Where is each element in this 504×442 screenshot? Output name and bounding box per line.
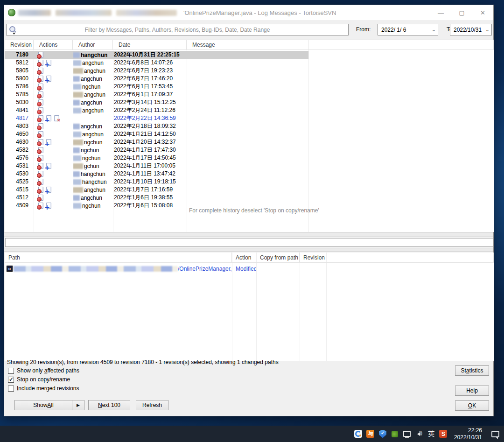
titlebar[interactable]: 'OnlinePrizeManager.java - Log Messages … bbox=[4, 5, 493, 20]
tortoisesvn-app-icon bbox=[8, 9, 15, 16]
checkbox-icon[interactable] bbox=[8, 368, 14, 374]
from-label: From: bbox=[356, 26, 371, 33]
revision-list-header: Revision Actions Author Date Message bbox=[5, 40, 494, 50]
search-options-arrow-icon[interactable] bbox=[13, 33, 15, 36]
notification-center-icon[interactable] bbox=[491, 431, 499, 437]
revision-message bbox=[187, 162, 494, 170]
checkbox-icon[interactable] bbox=[8, 377, 14, 383]
revision-row[interactable]: 5785angchun2022年6月1日 17:09:37 bbox=[5, 91, 494, 98]
from-date-picker[interactable]: 2022/ 1/ 6 ⌄ bbox=[378, 24, 438, 35]
filter-toolbar: From: 2022/ 1/ 6 ⌄ To: 2022/10/31 ⌄ bbox=[4, 22, 493, 38]
redacted-author bbox=[73, 60, 81, 66]
clock-time: 22:26 bbox=[454, 427, 482, 434]
revision-row[interactable]: 4841angchun2022年2月24日 11:12:26 bbox=[5, 106, 494, 114]
revision-row[interactable]: 4582ngchun2022年1月17日 17:47:30 bbox=[5, 146, 494, 154]
column-header-date[interactable]: Date bbox=[113, 40, 187, 49]
refresh-button[interactable]: Refresh bbox=[136, 400, 168, 410]
column-header-revision[interactable]: Revision bbox=[5, 40, 34, 49]
column-header-author[interactable]: Author bbox=[73, 40, 113, 49]
close-icon[interactable]: ✕ bbox=[472, 5, 493, 20]
checkbox-icon[interactable] bbox=[8, 386, 14, 392]
author-text: angchun bbox=[82, 131, 104, 138]
column-header-action[interactable]: Action bbox=[232, 253, 256, 262]
revision-row[interactable]: 7180hangchun2022年10月31日 22:25:15 bbox=[5, 51, 494, 59]
revision-number: 4582 bbox=[5, 146, 34, 154]
added-icon bbox=[46, 115, 51, 121]
path-filename: /OnlinePrizeManager.java bbox=[178, 265, 232, 273]
revision-message bbox=[187, 178, 494, 186]
revision-message bbox=[187, 114, 494, 122]
next-100-label: Next 100 bbox=[98, 402, 120, 408]
action-icons bbox=[34, 178, 73, 186]
redacted-author bbox=[73, 92, 83, 98]
revision-row[interactable]: 5800angchun2022年6月7日 17:46:20 bbox=[5, 75, 494, 83]
revision-row[interactable]: 5030angchun2022年3月14日 15:12:25 bbox=[5, 98, 494, 106]
revision-date: 2022年10月31日 22:25:15 bbox=[113, 51, 187, 59]
show-all-dropdown-arrow-icon[interactable]: ▶ bbox=[72, 400, 84, 410]
revision-row[interactable]: 4576ngchun2022年1月17日 14:50:45 bbox=[5, 154, 494, 162]
help-button[interactable]: Help bbox=[455, 386, 489, 396]
orange-app-icon[interactable]: 与 bbox=[366, 430, 375, 438]
circular-app-icon[interactable] bbox=[354, 430, 363, 438]
revision-message bbox=[187, 51, 494, 59]
tortoisesvn-log-window: 'OnlinePrizeManager.java - Log Messages … bbox=[4, 5, 494, 416]
revision-number: 4509 bbox=[5, 202, 34, 210]
column-header-copy-from-path[interactable]: Copy from path bbox=[256, 253, 300, 262]
chevron-down-icon[interactable]: ⌄ bbox=[429, 27, 436, 33]
revision-date: 2022年1月10日 19:18:15 bbox=[113, 178, 187, 186]
column-header-path[interactable]: Path bbox=[5, 253, 232, 262]
minimize-icon[interactable]: — bbox=[430, 5, 451, 20]
action-icons bbox=[34, 170, 73, 178]
revision-row[interactable]: 4515angchun2022年1月7日 17:16:59 bbox=[5, 186, 494, 194]
revision-row[interactable]: 5805angchun2022年6月7日 19:23:23 bbox=[5, 67, 494, 75]
revision-row[interactable]: 4650angchun2022年1月21日 14:12:50 bbox=[5, 130, 494, 138]
column-header-actions[interactable]: Actions bbox=[34, 40, 73, 49]
splitter-top[interactable] bbox=[4, 232, 493, 237]
revision-row[interactable]: 5786ngchun2022年6月1日 17:53:45 bbox=[5, 83, 494, 91]
column-header-path-revision[interactable]: Revision bbox=[300, 253, 326, 262]
revision-row[interactable]: 48172022年2月22日 14:36:59 bbox=[5, 114, 494, 122]
next-100-button[interactable]: Next 100 bbox=[88, 400, 130, 410]
column-header-message[interactable]: Message bbox=[187, 40, 308, 49]
nvidia-icon[interactable] bbox=[391, 430, 399, 438]
log-message-box[interactable] bbox=[5, 238, 493, 247]
volume-icon[interactable] bbox=[415, 430, 423, 438]
checkbox-stop-on-copy-rename[interactable]: Stop on copy/rename bbox=[8, 376, 70, 383]
search-icon[interactable] bbox=[9, 26, 16, 33]
splitter-bottom[interactable] bbox=[4, 248, 493, 252]
checkbox-include-merged-revisions[interactable]: Include merged revisions bbox=[8, 385, 79, 392]
taskbar-clock[interactable]: 22:26 2022/10/31 bbox=[451, 427, 485, 441]
modified-icon bbox=[38, 115, 43, 121]
security-shield-icon[interactable] bbox=[378, 430, 387, 438]
author-cell: angchun bbox=[73, 130, 113, 138]
network-icon[interactable] bbox=[403, 430, 411, 438]
author-cell: hangchun bbox=[73, 178, 113, 186]
ok-button[interactable]: OK bbox=[455, 400, 489, 411]
redacted-author bbox=[73, 124, 80, 129]
changed-path-row[interactable]: u /OnlinePrizeManager.java Modified bbox=[5, 264, 494, 273]
checkbox-show-only-affected-paths[interactable]: Show only affected paths bbox=[8, 367, 79, 374]
author-cell: ngchun bbox=[73, 146, 113, 154]
to-date-picker[interactable]: 2022/10/31 ⌄ bbox=[450, 24, 492, 35]
show-all-button[interactable]: Show All ▶ bbox=[14, 400, 84, 410]
chevron-down-icon[interactable]: ⌄ bbox=[483, 27, 490, 33]
revision-row[interactable]: 4803angchun2022年2月18日 18:09:32 bbox=[5, 122, 494, 130]
revision-row[interactable]: 4630ngchun2022年1月20日 14:32:37 bbox=[5, 138, 494, 146]
modified-icon bbox=[38, 163, 43, 169]
sogou-input-icon[interactable]: S bbox=[439, 430, 448, 438]
redacted-author bbox=[73, 84, 81, 90]
filter-input[interactable] bbox=[7, 24, 348, 35]
ime-language-indicator[interactable]: 英 bbox=[427, 430, 435, 438]
revision-number: 5030 bbox=[5, 98, 34, 106]
filter-box bbox=[6, 24, 349, 35]
revision-row[interactable]: 5812angchun2022年6月8日 14:07:26 bbox=[5, 59, 494, 67]
revision-row[interactable]: 4512angchun2022年1月6日 19:38:55 bbox=[5, 194, 494, 202]
revision-row[interactable]: 4530hangchun2022年1月11日 13:47:42 bbox=[5, 170, 494, 178]
revision-row[interactable]: 4531gchun2022年1月11日 17:00:05 bbox=[5, 162, 494, 170]
author-text: hangchun bbox=[81, 170, 105, 178]
revision-row[interactable]: 4525hangchun2022年1月10日 19:18:15 bbox=[5, 178, 494, 186]
maximize-icon[interactable]: ▢ bbox=[451, 5, 472, 20]
statistics-button[interactable]: Statistics bbox=[455, 365, 489, 376]
deleted-icon bbox=[54, 115, 59, 121]
action-icons bbox=[34, 51, 73, 59]
